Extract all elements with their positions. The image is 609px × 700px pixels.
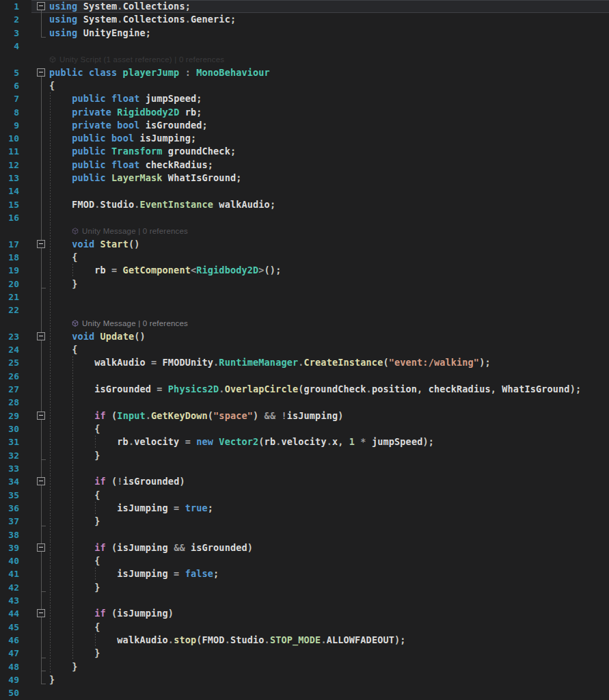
code-token[interactable]: using (49, 27, 77, 38)
code-text-area[interactable] (49, 185, 609, 198)
code-text-area[interactable]: private Rigidbody2D rb; (49, 106, 609, 119)
code-token[interactable]: walkAudio (49, 357, 146, 368)
code-token[interactable]: . (128, 436, 134, 447)
code-token[interactable]: ) (179, 476, 185, 487)
code-token[interactable]: = (168, 568, 180, 579)
code-token[interactable]: stop (174, 634, 196, 645)
code-text-area[interactable]: void Update() (49, 330, 609, 343)
code-token[interactable]: Update (94, 331, 134, 342)
code-text-area[interactable] (49, 686, 609, 699)
code-token[interactable]: LayerMask (106, 172, 163, 183)
code-token[interactable]: void (72, 239, 94, 250)
code-token[interactable]: { (94, 621, 100, 632)
code-text-area[interactable] (49, 462, 609, 475)
code-text-area[interactable]: rb = GetComponent<Rigidbody2D>(); (49, 264, 609, 277)
code-text-area[interactable] (49, 211, 609, 224)
code-text-area[interactable]: walkAudio.stop(FMOD.Studio.STOP_MODE.ALL… (49, 634, 609, 647)
code-token[interactable]: = (151, 383, 163, 394)
code-token[interactable]: ; (236, 172, 241, 183)
code-token[interactable]: > (258, 265, 264, 275)
code-token[interactable]: Physics2D (163, 383, 219, 394)
code-token[interactable] (49, 489, 94, 500)
code-token[interactable]: float (106, 159, 140, 170)
code-token[interactable]: ); (422, 436, 434, 447)
code-token[interactable]: playerJump (117, 67, 179, 78)
code-token[interactable]: jumpSpeed (139, 93, 196, 104)
code-token[interactable]: EventInstance (139, 199, 213, 210)
code-token[interactable]: } (94, 450, 100, 461)
code-token[interactable] (49, 423, 94, 434)
code-token[interactable]: Vector2 (213, 436, 258, 447)
code-token[interactable]: System (77, 1, 117, 12)
code-token[interactable] (49, 278, 72, 289)
code-token[interactable]: . (146, 410, 151, 421)
code-text-area[interactable]: if (isJumping && isGrounded) (49, 541, 609, 554)
code-token[interactable]: = (146, 357, 157, 368)
code-token[interactable] (49, 542, 94, 553)
code-text-area[interactable] (49, 370, 609, 383)
code-token[interactable]: && (258, 410, 275, 421)
code-text-area[interactable] (49, 528, 609, 541)
code-text-area[interactable]: { (49, 621, 609, 634)
code-token[interactable]: using (49, 14, 77, 25)
code-token[interactable]: . (298, 357, 303, 368)
code-token[interactable]: isGrounded (49, 383, 151, 394)
code-token[interactable]: class (83, 67, 118, 78)
code-text-area[interactable]: public class playerJump : MonoBehaviour (49, 66, 609, 79)
code-token[interactable]: checkRadius (139, 159, 207, 170)
code-token[interactable]: . (321, 634, 326, 645)
code-text-area[interactable]: public float checkRadius; (49, 159, 609, 172)
code-token[interactable]: ( (106, 542, 118, 553)
code-token[interactable]: isGrounded (185, 542, 247, 553)
code-token[interactable] (49, 515, 94, 526)
code-token[interactable] (49, 555, 94, 566)
code-token[interactable]: . (168, 634, 174, 645)
code-token[interactable]: "space" (213, 410, 253, 421)
codelens[interactable]: Unity Message | 0 references (49, 224, 609, 237)
code-token[interactable]: } (72, 278, 77, 289)
code-text-area[interactable]: } (49, 647, 609, 660)
code-token[interactable]: , (491, 383, 496, 394)
code-token[interactable]: { (94, 489, 100, 500)
code-token[interactable] (49, 239, 72, 250)
code-text-area[interactable]: { (49, 343, 609, 356)
code-token[interactable]: walkAudio (49, 634, 168, 645)
code-token[interactable]: . (265, 634, 270, 645)
code-token[interactable]: Collections (123, 14, 185, 25)
code-token[interactable]: rb (265, 436, 276, 447)
code-token[interactable]: . (117, 1, 122, 12)
code-token[interactable]: . (219, 383, 224, 394)
code-token[interactable]: = (106, 265, 118, 275)
codelens-label[interactable]: Unity Message | 0 references (82, 227, 188, 235)
code-token[interactable]: ) (338, 410, 343, 421)
code-text-area[interactable] (49, 396, 609, 409)
code-token[interactable]: ; (185, 1, 191, 12)
fold-collapse-box[interactable] (37, 609, 45, 617)
code-text-area[interactable]: using UnityEngine; (49, 27, 609, 40)
code-token[interactable]: RuntimeManager (219, 357, 298, 368)
code-token[interactable] (49, 450, 94, 461)
code-token[interactable]: . (94, 199, 100, 210)
codelens-label[interactable]: Unity Script (1 asset reference) | 0 ref… (59, 55, 224, 64)
code-token[interactable]: WhatIsGround (163, 172, 236, 183)
code-token[interactable]: isJumping (117, 608, 168, 619)
code-token[interactable] (49, 621, 94, 632)
code-token[interactable]: Rigidbody2D (196, 265, 258, 275)
code-text-area[interactable]: } (49, 581, 609, 594)
code-token[interactable]: STOP_MODE (270, 634, 321, 645)
code-text-area[interactable]: } (49, 515, 609, 528)
code-text-area[interactable]: public bool isJumping; (49, 132, 609, 145)
code-token[interactable]: bool (106, 133, 134, 144)
code-token[interactable]: . (225, 634, 230, 645)
code-token[interactable]: public (72, 172, 106, 183)
code-token[interactable]: MonoBehaviour (191, 67, 270, 78)
code-text-area[interactable]: rb.velocity = new Vector2(rb.velocity.x,… (49, 435, 609, 448)
code-token[interactable] (49, 608, 94, 619)
code-token[interactable]: isJumping (117, 542, 168, 553)
fold-collapse-box[interactable] (37, 332, 45, 340)
code-token[interactable]: = (168, 502, 180, 513)
code-token[interactable] (49, 476, 94, 487)
code-token[interactable]: bool (111, 120, 139, 131)
code-token[interactable]: . (327, 436, 332, 447)
code-token[interactable]: WhatIsGround (496, 383, 570, 394)
